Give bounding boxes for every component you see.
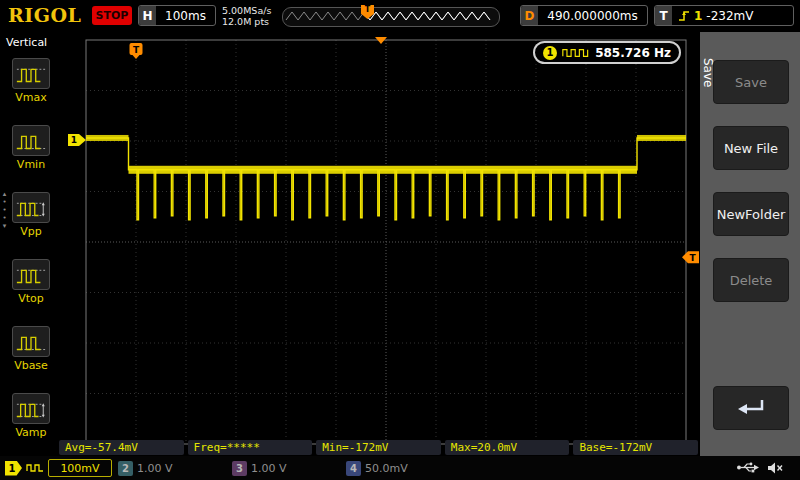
waveform-position-bar[interactable]: T <box>282 7 500 27</box>
counter-channel-badge: 1 <box>543 46 557 60</box>
measure-item-vamp[interactable]: Vamp <box>0 393 62 439</box>
pulse-dash-top-icon <box>12 259 50 290</box>
measure-sidebar: Vertical VmaxVminVppVtopVbaseVamp <box>0 32 62 456</box>
measure-item-vmax[interactable]: Vmax <box>0 58 62 104</box>
menu-button-return[interactable] <box>713 386 789 430</box>
menu-button-delete: Delete <box>713 258 789 302</box>
measurement-bar: Avg=-57.4mVFreq=*****Min=-172mVMax=20.0m… <box>59 440 698 455</box>
menu-button-save: Save <box>713 60 789 104</box>
channel-scale: 50.0mV <box>365 462 408 475</box>
channel-tag: 4 <box>346 461 361 476</box>
rigol-logo: RIGOL <box>8 4 81 26</box>
timebase-value: 100ms <box>156 9 215 23</box>
horizontal-label: H <box>139 6 156 25</box>
frequency-counter: 1 585.726 Hz <box>533 41 681 64</box>
measurement-readout: Freq=***** <box>188 440 313 455</box>
waveform-display: 1TT <box>0 0 800 480</box>
coupling-icon <box>26 463 44 473</box>
channel-tag: 2 <box>118 461 133 476</box>
return-arrow-icon <box>733 396 769 420</box>
trigger-level-value: -232mV <box>706 9 753 23</box>
measure-item-vmin[interactable]: Vmin <box>0 125 62 171</box>
square-wave-icon <box>562 47 590 59</box>
pulse-dash-top-icon <box>12 58 50 89</box>
sample-rate: 5.00MSa/s <box>222 5 271 16</box>
usb-icon <box>736 461 760 474</box>
counter-value: 585.726 Hz <box>595 46 671 60</box>
pulse-arrows-icon <box>12 192 50 223</box>
measurement-readout: Min=-172mV <box>316 440 441 455</box>
channel-scale: 100mV <box>48 459 112 477</box>
measure-item-vbase[interactable]: Vbase <box>0 326 62 372</box>
measurement-readout: Avg=-57.4mV <box>59 440 184 455</box>
horizontal-settings[interactable]: H 100ms <box>138 5 216 26</box>
menu-button-new-file[interactable]: New File <box>713 126 789 170</box>
pulse-dash-bottom-icon <box>12 125 50 156</box>
trigger-settings[interactable]: T 1 -232mV <box>654 5 794 26</box>
speaker-muted-icon <box>766 461 784 475</box>
svg-text:T: T <box>133 45 140 55</box>
position-bar-wave <box>283 8 497 24</box>
svg-text:1: 1 <box>71 135 77 145</box>
delay-label: D <box>521 6 538 25</box>
channel-4-status[interactable]: 450.0mV <box>346 459 408 477</box>
pulse-dash-bottom-icon <box>12 326 50 357</box>
measurement-readout: Max=20.0mV <box>445 440 570 455</box>
delay-value: 490.000000ms <box>538 9 647 23</box>
trigger-source: 1 <box>694 9 702 23</box>
channel-3-status[interactable]: 31.00 V <box>232 459 287 477</box>
pulse-arrows-icon <box>12 393 50 424</box>
top-status-bar: RIGOL STOP H 100ms 5.00MSa/s 12.0M pts T… <box>0 0 800 32</box>
measure-item-vtop[interactable]: Vtop <box>0 259 62 305</box>
menu-button-newfolder[interactable]: NewFolder <box>713 192 789 236</box>
channel-tag: 1 <box>5 461 22 476</box>
channel-1-status[interactable]: 1100mV <box>5 459 112 477</box>
channel-tag: 3 <box>232 461 247 476</box>
save-menu: Save SaveNew FileNewFolderDelete <box>700 32 800 456</box>
measure-item-vpp[interactable]: Vpp <box>0 192 62 238</box>
run-state-badge[interactable]: STOP <box>92 6 132 25</box>
channel-scale: 1.00 V <box>137 462 173 475</box>
delay-settings[interactable]: D 490.000000ms <box>520 5 648 26</box>
memory-depth: 12.0M pts <box>222 16 271 27</box>
svg-text:T: T <box>689 253 696 263</box>
measure-category-title: Vertical <box>6 36 47 49</box>
channel-status-bar: 1100mV21.00 V31.00 V450.0mV <box>0 456 800 480</box>
channel-scale: 1.00 V <box>251 462 287 475</box>
trigger-label: T <box>655 6 672 25</box>
menu-scroll-indicator[interactable]: ▴•••▾ <box>0 190 9 230</box>
channel-2-status[interactable]: 21.00 V <box>118 459 173 477</box>
rising-edge-icon <box>678 10 690 22</box>
sample-rate-readout: 5.00MSa/s 12.0M pts <box>222 5 271 27</box>
oscilloscope-screen: 1TT RIGOL STOP H 100ms 5.00MSa/s 12.0M p… <box>0 0 800 480</box>
measurement-readout: Base=-172mV <box>573 440 698 455</box>
